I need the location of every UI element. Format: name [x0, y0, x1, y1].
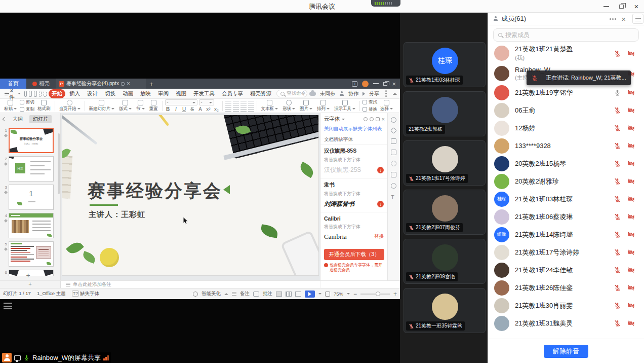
- collapse-ribbon-icon[interactable]: [393, 93, 397, 95]
- font-color-button[interactable]: A: [197, 106, 204, 112]
- play-from-current-button[interactable]: 当页开始: [58, 100, 82, 112]
- member-row[interactable]: 21英教1班24李佳敏: [488, 261, 644, 279]
- mic-muted-icon[interactable]: [614, 106, 621, 114]
- picture-button[interactable]: 图片: [298, 100, 314, 112]
- wps-restore-icon[interactable]: [383, 82, 387, 86]
- close-doc-icon[interactable]: ×: [127, 80, 130, 87]
- slide-thumbnail-5[interactable]: [9, 241, 54, 267]
- ribbon-tab[interactable]: 开始: [49, 89, 65, 98]
- underline-button[interactable]: U: [181, 106, 187, 112]
- text-tool-icon[interactable]: T: [391, 194, 396, 200]
- member-row[interactable]: 06王俞: [488, 101, 644, 119]
- font-size-select[interactable]: -: [199, 99, 214, 105]
- ribbon-tab[interactable]: 视图: [173, 89, 189, 98]
- participant-video-tile[interactable]: 21英教2班09畲艳: [404, 239, 486, 284]
- arrange-button[interactable]: 排列: [315, 100, 331, 112]
- zoom-menu-icon[interactable]: [347, 293, 350, 295]
- camera-off-icon[interactable]: [627, 106, 635, 114]
- member-row[interactable]: 21英教1班31魏美灵: [488, 314, 644, 332]
- paste-button[interactable]: 粘贴: [3, 100, 18, 112]
- ribbon-tab[interactable]: 动画: [119, 89, 136, 98]
- panel-scrollbar[interactable]: [58, 133, 60, 194]
- member-download-button[interactable]: 开通会员后下载（3）: [324, 249, 384, 260]
- search-input[interactable]: [505, 31, 622, 39]
- pin-icon[interactable]: [121, 82, 125, 86]
- fit-slide-icon[interactable]: [325, 292, 330, 297]
- disable-auto-show-link[interactable]: 关闭自动展示缺失字体列表: [320, 125, 387, 133]
- ribbon-tab[interactable]: 切换: [102, 89, 118, 98]
- member-search-box[interactable]: [493, 28, 639, 42]
- participant-video-tile[interactable]: 21英教一班35钟霖昀: [404, 288, 486, 333]
- collaborate-label[interactable]: 协作: [348, 90, 358, 97]
- member-row[interactable]: 21英教1班21黄楚盈 (我): [488, 43, 644, 63]
- zoom-slider-knob[interactable]: [376, 292, 380, 296]
- select-button[interactable]: 选择: [379, 100, 394, 112]
- missing-font-status[interactable]: T?缺失字体: [72, 291, 100, 297]
- collaborate-icon[interactable]: [339, 91, 344, 96]
- justify-icon[interactable]: [248, 106, 254, 112]
- undo-icon[interactable]: [39, 91, 42, 97]
- share-toolbar-audio-indicator[interactable]: [371, 0, 400, 7]
- mic-muted-icon[interactable]: [614, 195, 621, 203]
- camera-off-icon[interactable]: [627, 231, 635, 238]
- member-row[interactable]: 12杨婷: [488, 119, 644, 137]
- camera-off-icon[interactable]: [627, 124, 635, 132]
- mic-muted-icon[interactable]: [614, 142, 621, 150]
- slide-thumbnail-4[interactable]: [9, 213, 54, 238]
- slide-subtitle[interactable]: 主讲人：王彩虹: [89, 210, 145, 220]
- slide-thumbnail-1[interactable]: 赛事经验分享会 主讲人：王彩虹: [9, 128, 54, 153]
- bullet-list-icon[interactable]: [225, 100, 231, 105]
- wps-minimize-icon[interactable]: [373, 83, 379, 84]
- camera-off-icon[interactable]: [627, 89, 635, 96]
- preview-icon[interactable]: [34, 91, 37, 97]
- line-spacing-icon[interactable]: [248, 100, 254, 105]
- font-family-select[interactable]: -: [165, 99, 197, 105]
- comments-toggle[interactable]: 批注: [263, 291, 272, 297]
- member-row[interactable]: 21英教1班17号涂诗婷: [488, 243, 644, 261]
- download-font-icon[interactable]: ↓: [377, 167, 384, 173]
- redo-icon[interactable]: [44, 91, 47, 97]
- mic-muted-icon[interactable]: [614, 213, 621, 221]
- member-row[interactable]: 21英教1班26陈佳銮: [488, 279, 644, 297]
- ribbon-tab[interactable]: 插入: [66, 89, 83, 98]
- participant-video-tile[interactable]: 桂琛 21英教1班03林桂琛: [404, 42, 486, 87]
- align-left-icon[interactable]: [225, 106, 231, 112]
- ribbon-tab[interactable]: 审阅: [155, 89, 172, 98]
- minimize-button[interactable]: [598, 0, 614, 13]
- chevron-down-icon[interactable]: [342, 119, 345, 120]
- camera-off-icon[interactable]: [627, 266, 635, 274]
- mic-muted-icon[interactable]: [614, 124, 621, 132]
- collapse-panel-icon[interactable]: [3, 117, 7, 121]
- camera-off-icon[interactable]: [627, 284, 635, 292]
- subscript-button[interactable]: x₂: [214, 106, 220, 112]
- unmute-button[interactable]: 解除静音: [544, 345, 588, 358]
- slide-thumbnail-3[interactable]: 1: [9, 185, 54, 210]
- animation-pane-icon[interactable]: [391, 138, 396, 144]
- reset-button[interactable]: 重置: [148, 100, 159, 112]
- shape-button[interactable]: 形状: [281, 100, 297, 112]
- member-row[interactable]: 绮璐 21英教1班14陈绮璐: [488, 226, 644, 243]
- notes-toggle[interactable]: 备注: [240, 291, 250, 297]
- replace-button[interactable]: 替换: [363, 106, 377, 113]
- participant-video-tile[interactable]: 21英教1班17号涂诗婷: [404, 140, 486, 186]
- mic-muted-icon[interactable]: [614, 50, 621, 57]
- beautify-label[interactable]: 智能美化: [202, 291, 221, 297]
- camera-off-icon[interactable]: [627, 177, 635, 185]
- zoom-level[interactable]: 75%: [334, 291, 343, 297]
- superscript-button[interactable]: x²: [206, 106, 212, 112]
- ribbon-tab[interactable]: 稻壳资源: [247, 89, 274, 98]
- zoom-slider[interactable]: [360, 294, 390, 295]
- slideshow-options-icon[interactable]: [318, 293, 321, 295]
- bold-button[interactable]: B: [165, 106, 171, 112]
- ribbon-tab[interactable]: 放映: [137, 89, 154, 98]
- slideshow-button[interactable]: [305, 291, 315, 298]
- camera-off-icon[interactable]: [627, 248, 635, 256]
- picture-pane-icon[interactable]: [391, 172, 396, 177]
- more-options-icon[interactable]: [612, 18, 614, 20]
- align-right-icon[interactable]: [240, 106, 247, 112]
- download-font-icon[interactable]: ↓: [377, 201, 384, 207]
- share-label[interactable]: 分享: [369, 90, 379, 97]
- settings-pane-icon[interactable]: [391, 183, 396, 189]
- camera-off-icon[interactable]: [627, 319, 635, 327]
- participant-video-tile[interactable]: 21英教2班郭栋: [404, 91, 486, 136]
